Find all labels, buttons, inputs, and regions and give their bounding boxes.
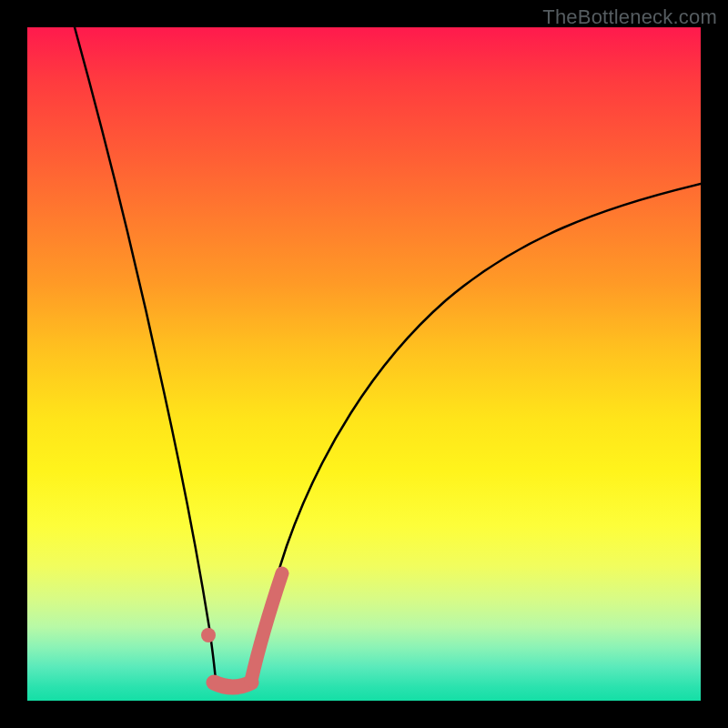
curve-left-branch — [75, 27, 216, 681]
chart-plot-area — [27, 27, 701, 701]
curve-right-branch — [249, 184, 701, 681]
watermark-text: TheBottleneck.com — [542, 5, 717, 29]
highlight-dot-left — [201, 628, 216, 642]
highlight-right-stroke — [251, 573, 282, 681]
curve-layer — [27, 27, 701, 701]
